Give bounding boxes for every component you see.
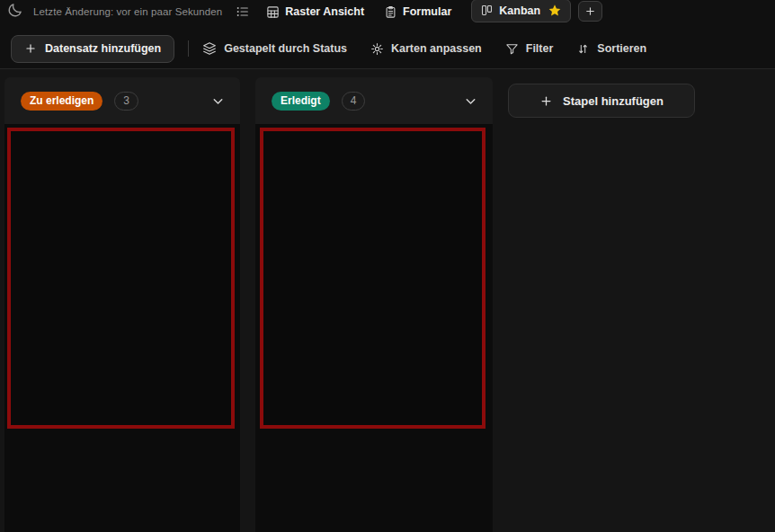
annotation-highlight-rect [7, 128, 235, 429]
toolbar-item-sort[interactable]: Sortieren [576, 42, 646, 56]
stack-body [255, 124, 493, 532]
stack-header[interactable]: Erledigt 4 [255, 77, 493, 124]
view-tab-label: Formular [403, 5, 451, 18]
header-region: Letzte Änderung: vor ein paar Sekunden R… [0, 0, 775, 69]
status-badge: Erledigt [272, 92, 330, 111]
stack-zu-erledigen: Zu erledigen 3 [4, 77, 240, 532]
add-record-label: Datensatz hinzufügen [45, 42, 161, 55]
kanban-board: Zu erledigen 3 Erledigt 4 Stapel hin [0, 69, 775, 532]
view-tab-label: Raster Ansicht [285, 5, 364, 18]
stack-count-badge: 3 [114, 92, 138, 111]
stack-body [4, 124, 240, 532]
toolbar-item-customize-cards[interactable]: Karten anpassen [370, 42, 482, 56]
list-icon[interactable] [236, 4, 250, 19]
toolbar-divider [188, 40, 189, 57]
view-tab-raster-ansicht[interactable]: Raster Ansicht [266, 5, 364, 19]
toolbar-item-label: Sortieren [597, 42, 646, 55]
toolbar-item-filter[interactable]: Filter [505, 42, 554, 56]
add-stack-button[interactable]: Stapel hinzufügen [508, 84, 695, 118]
toolbar-item-stacked-by[interactable]: Gestapelt durch Status [202, 41, 347, 56]
view-tab-label: Kanban [499, 4, 540, 17]
toolbar-item-label: Gestapelt durch Status [224, 42, 347, 55]
gear-icon [370, 42, 384, 56]
stack-erledigt: Erledigt 4 [255, 77, 493, 532]
stack-header[interactable]: Zu erledigen 3 [4, 77, 240, 124]
last-change-text: Letzte Änderung: vor ein paar Sekunden [33, 6, 222, 17]
grid-icon [266, 5, 280, 19]
status-badge: Zu erledigen [21, 92, 102, 111]
toolbar: Datensatz hinzufügen Gestapelt durch Sta… [0, 34, 775, 63]
filter-icon [505, 42, 519, 56]
sort-icon [576, 42, 590, 56]
toolbar-item-label: Karten anpassen [391, 42, 482, 55]
chevron-down-icon[interactable] [210, 93, 226, 109]
chevron-down-icon[interactable] [463, 93, 478, 109]
form-icon [384, 5, 397, 19]
plus-icon [539, 94, 553, 108]
moon-icon[interactable] [7, 2, 23, 18]
topbar: Letzte Änderung: vor ein paar Sekunden R… [0, 0, 775, 23]
layers-icon [202, 41, 217, 56]
add-stack-label: Stapel hinzufügen [563, 94, 664, 108]
plus-icon [24, 42, 37, 55]
add-view-button[interactable] [578, 1, 602, 22]
stack-count-badge: 4 [342, 92, 366, 111]
annotation-highlight-rect [260, 128, 485, 429]
toolbar-item-label: Filter [526, 42, 554, 55]
kanban-icon [480, 4, 494, 17]
add-record-button[interactable]: Datensatz hinzufügen [11, 35, 174, 63]
plus-icon [584, 5, 596, 17]
view-tabs: Raster Ansicht Formular [266, 2, 602, 22]
view-tab-formular[interactable]: Formular [384, 5, 451, 19]
view-tab-kanban[interactable]: Kanban [471, 0, 571, 22]
star-icon[interactable] [548, 4, 562, 18]
